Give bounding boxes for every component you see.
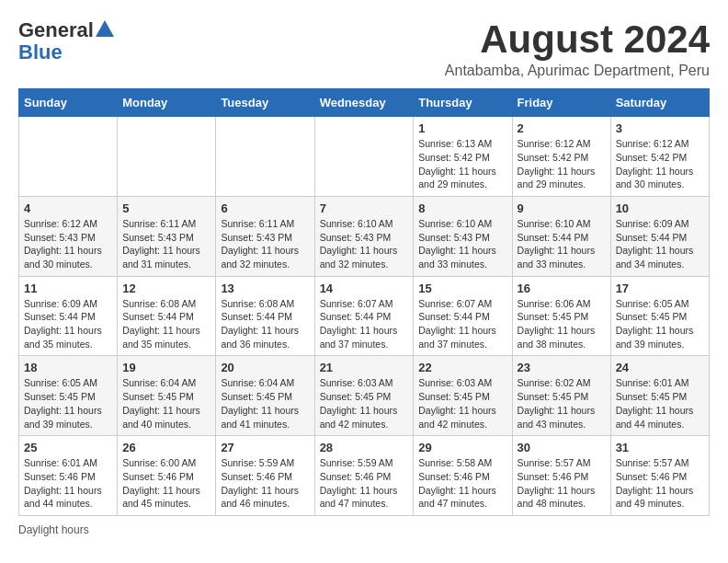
day-number: 22 — [418, 361, 506, 374]
day-info: Sunrise: 6:02 AM Sunset: 5:45 PM Dayligh… — [518, 376, 606, 431]
calendar-table: SundayMondayTuesdayWednesdayThursdayFrid… — [18, 88, 710, 516]
calendar-cell: 17Sunrise: 6:05 AM Sunset: 5:45 PM Dayli… — [610, 276, 709, 356]
logo: General Blue — [18, 18, 114, 64]
day-info: Sunrise: 6:01 AM Sunset: 5:46 PM Dayligh… — [24, 456, 112, 511]
day-info: Sunrise: 6:10 AM Sunset: 5:44 PM Dayligh… — [518, 217, 606, 271]
calendar-cell: 29Sunrise: 5:58 AM Sunset: 5:46 PM Dayli… — [414, 436, 512, 516]
day-number: 1 — [418, 121, 506, 135]
day-number: 26 — [122, 441, 210, 454]
col-header-saturday: Saturday — [610, 89, 709, 117]
calendar-cell: 30Sunrise: 5:57 AM Sunset: 5:46 PM Dayli… — [512, 436, 610, 516]
day-number: 14 — [320, 282, 409, 295]
calendar-cell: 16Sunrise: 6:06 AM Sunset: 5:45 PM Dayli… — [512, 276, 610, 356]
day-number: 17 — [616, 282, 704, 295]
day-number: 31 — [616, 441, 704, 454]
calendar-cell: 5Sunrise: 6:11 AM Sunset: 5:43 PM Daylig… — [118, 196, 216, 276]
col-header-thursday: Thursday — [414, 89, 512, 117]
calendar-cell: 19Sunrise: 6:04 AM Sunset: 5:45 PM Dayli… — [118, 356, 216, 436]
day-info: Sunrise: 6:09 AM Sunset: 5:44 PM Dayligh… — [616, 217, 704, 271]
day-info: Sunrise: 6:08 AM Sunset: 5:44 PM Dayligh… — [221, 297, 309, 351]
day-number: 16 — [518, 282, 606, 295]
calendar-cell: 3Sunrise: 6:12 AM Sunset: 5:42 PM Daylig… — [610, 117, 709, 197]
calendar-cell — [118, 117, 216, 197]
day-number: 15 — [418, 282, 506, 295]
day-number: 24 — [616, 361, 704, 374]
day-number: 5 — [122, 201, 210, 215]
calendar-week-row: 25Sunrise: 6:01 AM Sunset: 5:46 PM Dayli… — [19, 436, 710, 516]
month-title: August 2024 — [445, 18, 710, 61]
calendar-cell: 28Sunrise: 5:59 AM Sunset: 5:46 PM Dayli… — [314, 436, 414, 516]
day-info: Sunrise: 6:10 AM Sunset: 5:43 PM Dayligh… — [418, 217, 506, 271]
calendar-cell: 2Sunrise: 6:12 AM Sunset: 5:42 PM Daylig… — [512, 117, 610, 197]
col-header-sunday: Sunday — [19, 89, 118, 117]
day-info: Sunrise: 6:05 AM Sunset: 5:45 PM Dayligh… — [24, 376, 112, 431]
logo-general-text: General — [18, 18, 94, 42]
day-info: Sunrise: 5:57 AM Sunset: 5:46 PM Dayligh… — [518, 456, 606, 511]
day-info: Sunrise: 5:58 AM Sunset: 5:46 PM Dayligh… — [418, 456, 506, 511]
calendar-cell: 4Sunrise: 6:12 AM Sunset: 5:43 PM Daylig… — [19, 196, 118, 276]
day-number: 4 — [24, 201, 112, 215]
calendar-cell — [19, 117, 118, 197]
day-info: Sunrise: 5:59 AM Sunset: 5:46 PM Dayligh… — [320, 456, 409, 511]
calendar-cell — [216, 117, 314, 197]
calendar-cell: 7Sunrise: 6:10 AM Sunset: 5:43 PM Daylig… — [314, 196, 414, 276]
day-info: Sunrise: 6:12 AM Sunset: 5:42 PM Dayligh… — [616, 137, 704, 191]
calendar-cell: 11Sunrise: 6:09 AM Sunset: 5:44 PM Dayli… — [19, 276, 118, 356]
day-number: 10 — [616, 201, 704, 215]
calendar-week-row: 1Sunrise: 6:13 AM Sunset: 5:42 PM Daylig… — [19, 117, 710, 197]
header: General Blue August 2024 Antabamba, Apur… — [18, 18, 710, 79]
calendar-week-row: 11Sunrise: 6:09 AM Sunset: 5:44 PM Dayli… — [19, 276, 710, 356]
day-info: Sunrise: 5:57 AM Sunset: 5:46 PM Dayligh… — [616, 456, 704, 511]
daylight-note-text: Daylight hours — [18, 523, 89, 536]
day-info: Sunrise: 6:09 AM Sunset: 5:44 PM Dayligh… — [24, 297, 112, 351]
logo-blue-text: Blue — [18, 40, 63, 64]
day-number: 9 — [518, 201, 606, 215]
day-number: 23 — [518, 361, 606, 374]
calendar-week-row: 18Sunrise: 6:05 AM Sunset: 5:45 PM Dayli… — [19, 356, 710, 436]
calendar-week-row: 4Sunrise: 6:12 AM Sunset: 5:43 PM Daylig… — [19, 196, 710, 276]
calendar-cell: 23Sunrise: 6:02 AM Sunset: 5:45 PM Dayli… — [512, 356, 610, 436]
calendar-cell: 14Sunrise: 6:07 AM Sunset: 5:44 PM Dayli… — [314, 276, 414, 356]
day-number: 19 — [122, 361, 210, 374]
calendar-cell: 15Sunrise: 6:07 AM Sunset: 5:44 PM Dayli… — [414, 276, 512, 356]
day-number: 11 — [24, 282, 112, 295]
col-header-friday: Friday — [512, 89, 610, 117]
calendar-cell: 9Sunrise: 6:10 AM Sunset: 5:44 PM Daylig… — [512, 196, 610, 276]
day-info: Sunrise: 6:11 AM Sunset: 5:43 PM Dayligh… — [221, 217, 309, 271]
day-info: Sunrise: 6:04 AM Sunset: 5:45 PM Dayligh… — [122, 376, 210, 431]
day-info: Sunrise: 6:03 AM Sunset: 5:45 PM Dayligh… — [320, 376, 409, 431]
day-info: Sunrise: 6:07 AM Sunset: 5:44 PM Dayligh… — [418, 297, 506, 351]
day-info: Sunrise: 6:11 AM Sunset: 5:43 PM Dayligh… — [122, 217, 210, 271]
calendar-cell: 8Sunrise: 6:10 AM Sunset: 5:43 PM Daylig… — [414, 196, 512, 276]
day-info: Sunrise: 6:12 AM Sunset: 5:42 PM Dayligh… — [518, 137, 606, 191]
calendar-cell: 25Sunrise: 6:01 AM Sunset: 5:46 PM Dayli… — [19, 436, 118, 516]
day-number: 8 — [418, 201, 506, 215]
location-subtitle: Antabamba, Apurimac Department, Peru — [445, 63, 710, 79]
col-header-monday: Monday — [118, 89, 216, 117]
day-number: 12 — [122, 282, 210, 295]
day-info: Sunrise: 6:13 AM Sunset: 5:42 PM Dayligh… — [418, 137, 506, 191]
calendar-cell: 18Sunrise: 6:05 AM Sunset: 5:45 PM Dayli… — [19, 356, 118, 436]
calendar-cell: 24Sunrise: 6:01 AM Sunset: 5:45 PM Dayli… — [610, 356, 709, 436]
day-info: Sunrise: 6:00 AM Sunset: 5:46 PM Dayligh… — [122, 456, 210, 511]
col-header-wednesday: Wednesday — [314, 89, 414, 117]
col-header-tuesday: Tuesday — [216, 89, 314, 117]
day-info: Sunrise: 6:04 AM Sunset: 5:45 PM Dayligh… — [221, 376, 309, 431]
calendar-cell: 31Sunrise: 5:57 AM Sunset: 5:46 PM Dayli… — [610, 436, 709, 516]
day-info: Sunrise: 6:05 AM Sunset: 5:45 PM Dayligh… — [616, 297, 704, 351]
day-info: Sunrise: 6:07 AM Sunset: 5:44 PM Dayligh… — [320, 297, 409, 351]
day-number: 29 — [418, 441, 506, 454]
day-number: 20 — [221, 361, 309, 374]
calendar-cell: 22Sunrise: 6:03 AM Sunset: 5:45 PM Dayli… — [414, 356, 512, 436]
day-info: Sunrise: 6:12 AM Sunset: 5:43 PM Dayligh… — [24, 217, 112, 271]
logo-triangle-icon — [96, 20, 114, 37]
calendar-cell: 13Sunrise: 6:08 AM Sunset: 5:44 PM Dayli… — [216, 276, 314, 356]
day-number: 30 — [518, 441, 606, 454]
calendar-cell: 10Sunrise: 6:09 AM Sunset: 5:44 PM Dayli… — [610, 196, 709, 276]
calendar-cell: 20Sunrise: 6:04 AM Sunset: 5:45 PM Dayli… — [216, 356, 314, 436]
day-info: Sunrise: 6:03 AM Sunset: 5:45 PM Dayligh… — [418, 376, 506, 431]
day-info: Sunrise: 6:06 AM Sunset: 5:45 PM Dayligh… — [518, 297, 606, 351]
day-info: Sunrise: 6:08 AM Sunset: 5:44 PM Dayligh… — [122, 297, 210, 351]
calendar-cell: 21Sunrise: 6:03 AM Sunset: 5:45 PM Dayli… — [314, 356, 414, 436]
day-number: 7 — [320, 201, 409, 215]
